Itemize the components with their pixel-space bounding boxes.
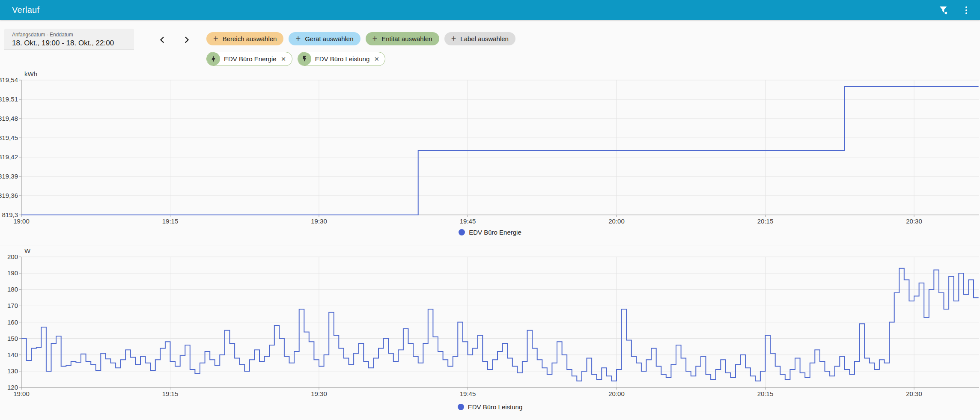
svg-text:819,36: 819,36 bbox=[0, 192, 18, 199]
kebab-menu-icon bbox=[961, 5, 971, 15]
date-range-field[interactable]: Anfangsdatum - Enddatum 18. Okt., 19:00 … bbox=[4, 29, 134, 50]
filter-chip-row: + Bereich auswählen + Gerät auswählen + … bbox=[206, 32, 515, 45]
energy-chart-legend[interactable]: EDV Büro Energie bbox=[0, 229, 980, 236]
select-label-chip[interactable]: + Label auswählen bbox=[444, 32, 515, 45]
chip-label: Entität auswählen bbox=[381, 35, 432, 42]
power-chart-legend[interactable]: EDV Büro Leistung bbox=[0, 403, 980, 411]
entity-chip-label: EDV Büro Leistung bbox=[315, 55, 370, 63]
legend-label: EDV Büro Leistung bbox=[468, 403, 523, 411]
page-title: Verlauf bbox=[12, 5, 39, 15]
select-entity-chip[interactable]: + Entität auswählen bbox=[366, 32, 439, 45]
legend-dot bbox=[458, 404, 464, 410]
app-bar: Verlauf bbox=[0, 0, 980, 20]
svg-text:819,39: 819,39 bbox=[0, 173, 18, 180]
svg-text:19:45: 19:45 bbox=[460, 390, 476, 397]
svg-text:20:30: 20:30 bbox=[906, 390, 922, 397]
next-period-button[interactable] bbox=[179, 32, 195, 48]
svg-text:180: 180 bbox=[7, 286, 18, 293]
previous-period-button[interactable] bbox=[154, 32, 170, 48]
chip-label: Bereich auswählen bbox=[223, 35, 277, 42]
svg-text:20:00: 20:00 bbox=[608, 390, 625, 397]
chip-label: Label auswählen bbox=[460, 35, 509, 42]
chip-label: Gerät auswählen bbox=[305, 35, 353, 42]
plus-icon: + bbox=[372, 34, 378, 43]
svg-text:20:30: 20:30 bbox=[906, 217, 922, 225]
svg-text:19:15: 19:15 bbox=[162, 217, 179, 225]
svg-text:200: 200 bbox=[7, 253, 18, 260]
svg-text:170: 170 bbox=[7, 302, 18, 309]
flash-icon bbox=[298, 52, 311, 66]
plus-icon: + bbox=[295, 34, 301, 43]
close-icon[interactable]: × bbox=[373, 55, 380, 63]
select-area-chip[interactable]: + Bereich auswählen bbox=[206, 32, 283, 45]
svg-text:19:15: 19:15 bbox=[162, 390, 179, 397]
svg-text:819,42: 819,42 bbox=[0, 153, 18, 161]
legend-dot bbox=[459, 229, 465, 235]
app-bar-actions bbox=[936, 3, 973, 18]
svg-text:150: 150 bbox=[7, 335, 18, 342]
chevron-right-icon bbox=[182, 35, 192, 45]
date-range-label: Anfangsdatum - Enddatum bbox=[12, 32, 134, 38]
axis-unit-label: kWh bbox=[24, 70, 37, 77]
axis-unit-label: W bbox=[24, 248, 31, 254]
svg-text:19:00: 19:00 bbox=[13, 390, 30, 397]
power-history-chart[interactable]: 20019018017016015014013012019:0019:1519:… bbox=[0, 248, 980, 402]
legend-label: EDV Büro Energie bbox=[469, 229, 521, 236]
svg-text:819,54: 819,54 bbox=[0, 76, 18, 83]
remove-filters-button[interactable] bbox=[936, 3, 951, 18]
svg-text:19:30: 19:30 bbox=[311, 390, 327, 397]
entity-chip-label: EDV Büro Energie bbox=[224, 55, 277, 63]
plus-icon: + bbox=[451, 34, 456, 43]
svg-text:160: 160 bbox=[7, 319, 18, 326]
date-range-value: 18. Okt., 19:00 - 18. Okt., 22:00 bbox=[12, 39, 134, 48]
plus-icon: + bbox=[213, 34, 218, 43]
chart-divider bbox=[0, 245, 980, 245]
lightning-bolt-icon bbox=[207, 52, 220, 66]
svg-text:190: 190 bbox=[7, 269, 18, 277]
entity-chip-leistung[interactable]: EDV Büro Leistung × bbox=[298, 52, 386, 66]
svg-text:20:15: 20:15 bbox=[757, 390, 774, 397]
svg-text:20:00: 20:00 bbox=[608, 217, 625, 225]
svg-text:819,51: 819,51 bbox=[0, 95, 18, 103]
entity-chip-row: EDV Büro Energie × EDV Büro Leistung × bbox=[206, 52, 385, 66]
energy-history-chart[interactable]: 819,54819,51819,48819,45819,42819,39819,… bbox=[0, 69, 980, 235]
svg-text:19:45: 19:45 bbox=[460, 217, 476, 225]
select-device-chip[interactable]: + Gerät auswählen bbox=[289, 32, 360, 45]
filter-remove-icon bbox=[938, 5, 949, 16]
svg-text:130: 130 bbox=[7, 367, 18, 375]
overflow-menu-button[interactable] bbox=[959, 3, 973, 17]
chevron-left-icon bbox=[157, 35, 167, 45]
svg-text:19:30: 19:30 bbox=[311, 217, 327, 225]
entity-chip-energie[interactable]: EDV Büro Energie × bbox=[206, 52, 292, 66]
svg-text:20:15: 20:15 bbox=[757, 217, 774, 225]
svg-text:819,45: 819,45 bbox=[0, 134, 18, 141]
series-line bbox=[21, 268, 979, 381]
svg-text:819,48: 819,48 bbox=[0, 115, 18, 122]
svg-text:140: 140 bbox=[7, 351, 18, 358]
close-icon[interactable]: × bbox=[280, 55, 287, 63]
svg-text:19:00: 19:00 bbox=[13, 217, 30, 225]
